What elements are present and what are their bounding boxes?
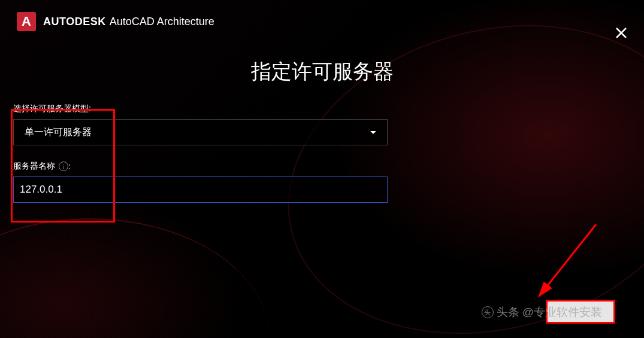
- close-button[interactable]: [615, 25, 627, 42]
- close-icon: [615, 27, 627, 39]
- server-name-input[interactable]: [13, 176, 388, 203]
- watermark-prefix: 头条: [497, 304, 519, 320]
- annotation-arrow: [518, 218, 608, 314]
- content-area: 指定许可服务器 选择许可服务器模型: 单一许可服务器 服务器名称 i :: [0, 58, 644, 203]
- server-name-label: 服务器名称 i :: [13, 161, 631, 172]
- page-title: 指定许可服务器: [13, 58, 631, 86]
- product-name: AutoCAD Architecture: [110, 16, 214, 28]
- chevron-down-icon: [370, 131, 376, 134]
- info-icon[interactable]: i: [59, 162, 68, 171]
- svg-line-3: [539, 224, 596, 296]
- server-model-label: 选择许可服务器模型:: [13, 103, 631, 114]
- dropdown-value: 单一许可服务器: [25, 126, 92, 139]
- server-model-dropdown[interactable]: 单一许可服务器: [13, 119, 388, 145]
- brand-name: AUTODESK: [43, 16, 106, 28]
- autodesk-logo-icon: A: [17, 12, 36, 31]
- watermark-icon: 头: [482, 306, 494, 318]
- server-model-group: 选择许可服务器模型: 单一许可服务器: [13, 103, 631, 145]
- server-name-group: 服务器名称 i :: [13, 161, 631, 203]
- header: A AUTODESK AutoCAD Architecture: [0, 0, 644, 43]
